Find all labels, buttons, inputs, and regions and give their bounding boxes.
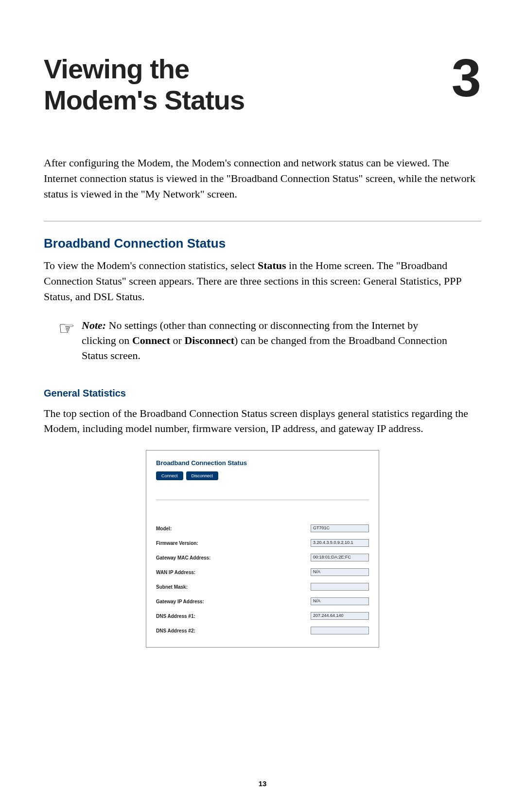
stat-value: 00:18:01:DA:2E:FC	[311, 554, 369, 561]
stat-value: N/A	[311, 568, 369, 576]
table-row: Gateway MAC Address: 00:18:01:DA:2E:FC	[156, 554, 369, 561]
screenshot-title: Broadband Connection Status	[156, 459, 369, 467]
chapter-title: Viewing the Modem's Status	[44, 54, 245, 116]
stat-value	[311, 627, 369, 634]
connect-button[interactable]: Connect	[156, 471, 183, 480]
button-row: Connect Disconnect	[156, 471, 369, 500]
note-label: Note:	[82, 319, 106, 331]
stat-label: Firmware Version:	[156, 541, 198, 546]
stat-label: Model:	[156, 526, 172, 531]
stat-label: Subnet Mask:	[156, 584, 188, 590]
section-body: To view the Modem's connection statistic…	[44, 258, 481, 305]
chapter-title-line1: Viewing the	[44, 54, 189, 84]
intro-paragraph: After configuring the Modem, the Modem's…	[44, 155, 481, 202]
stat-label: Gateway MAC Address:	[156, 555, 210, 560]
subsection-heading: General Statistics	[44, 388, 481, 399]
table-row: Model: GT701C	[156, 524, 369, 532]
note-disconnect: Disconnect	[184, 334, 234, 346]
table-row: DNS Address #2:	[156, 627, 369, 634]
table-row: Gateway IP Address: N/A	[156, 597, 369, 605]
stat-value: N/A	[311, 597, 369, 605]
note-text: Note: No settings (other than connecting…	[82, 318, 452, 363]
chapter-header: Viewing the Modem's Status 3	[44, 54, 481, 116]
stat-value: GT701C	[311, 524, 369, 532]
disconnect-button[interactable]: Disconnect	[186, 471, 219, 480]
stat-value: 207.244.64.140	[311, 612, 369, 620]
stat-value: 3.20.4.3.5.0.9.2.10.1	[311, 539, 369, 547]
horizontal-rule	[44, 221, 481, 221]
table-row: Subnet Mask:	[156, 583, 369, 591]
section-heading: Broadband Connection Status	[44, 236, 481, 251]
page-number: 13	[0, 779, 525, 788]
table-row: WAN IP Address: N/A	[156, 568, 369, 576]
page: Viewing the Modem's Status 3 After confi…	[0, 0, 525, 812]
section-body-bold: Status	[258, 259, 286, 271]
stat-label: DNS Address #2:	[156, 628, 195, 633]
stat-value	[311, 583, 369, 591]
stat-label: DNS Address #1:	[156, 614, 195, 619]
pointing-hand-icon: ☞	[58, 319, 75, 338]
chapter-title-line2: Modem's Status	[44, 85, 245, 115]
section-body-pre: To view the Modem's connection statistic…	[44, 259, 258, 271]
status-screenshot: Broadband Connection Status Connect Disc…	[146, 450, 379, 648]
stat-label: WAN IP Address:	[156, 570, 195, 575]
stat-label: Gateway IP Address:	[156, 599, 204, 604]
note-mid: or	[170, 334, 184, 346]
subsection-body: The top section of the Broadband Connect…	[44, 406, 481, 437]
note-connect: Connect	[132, 334, 170, 346]
table-row: Firmware Version: 3.20.4.3.5.0.9.2.10.1	[156, 539, 369, 547]
stats-table: Model: GT701C Firmware Version: 3.20.4.3…	[156, 524, 369, 634]
chapter-number: 3	[452, 54, 481, 102]
note-block: ☞ Note: No settings (other than connecti…	[44, 318, 481, 363]
table-row: DNS Address #1: 207.244.64.140	[156, 612, 369, 620]
